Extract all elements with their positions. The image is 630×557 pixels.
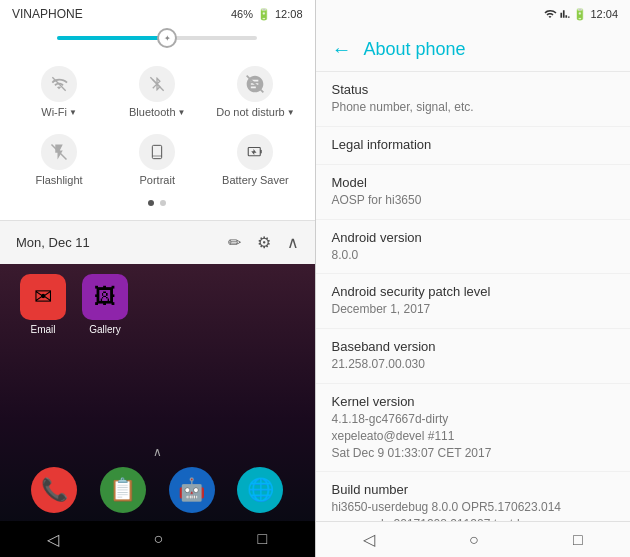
about-title: About phone [364, 39, 466, 60]
brightness-fill [57, 36, 167, 40]
tile-bluetooth-label: Bluetooth ▼ [129, 106, 185, 118]
tile-bluetooth[interactable]: Bluetooth ▼ [117, 66, 197, 118]
about-item-build[interactable]: Build number hi3650-userdebug 8.0.0 OPR5… [316, 472, 631, 521]
email-label: Email [30, 324, 55, 335]
dnd-icon [237, 66, 273, 102]
home-button-right[interactable]: ○ [469, 531, 479, 549]
left-panel: VINAPHONE 46% 🔋 12:08 W [0, 0, 315, 557]
recents-button-right[interactable]: □ [573, 531, 583, 549]
signal-icon [543, 8, 557, 20]
quick-tiles: Wi-Fi ▼ Bluetooth ▼ [0, 50, 315, 220]
app-gallery[interactable]: 🖼 Gallery [82, 274, 128, 335]
carrier-label: VINAPHONE [12, 7, 83, 21]
about-header: ← About phone [316, 28, 631, 72]
time-right: 12:04 [590, 8, 618, 20]
dock-area: ∧ 📞 📋 🤖 🌐 [0, 439, 315, 521]
date-text: Mon, Dec 11 [16, 235, 90, 250]
svg-rect-7 [261, 150, 263, 154]
model-title: Model [332, 175, 615, 190]
recents-button-left[interactable]: □ [258, 530, 268, 548]
brightness-track[interactable] [57, 36, 257, 40]
android-version-title: Android version [332, 230, 615, 245]
status-bar-left: VINAPHONE 46% 🔋 12:08 [0, 0, 315, 28]
nav-bar-left: ◁ ○ □ [0, 521, 315, 557]
tile-portrait[interactable]: Portrait [117, 134, 197, 186]
dock-android[interactable]: 🤖 [169, 467, 215, 513]
battery-level: 46% [231, 8, 253, 20]
home-button-left[interactable]: ○ [154, 530, 164, 548]
battery-right: 🔋 [573, 8, 587, 21]
kernel-title: Kernel version [332, 394, 615, 409]
battery-icon: 🔋 [257, 8, 271, 21]
back-arrow[interactable]: ← [332, 38, 352, 61]
tile-battery-saver-label: Battery Saver [222, 174, 289, 186]
model-value: AOSP for hi3650 [332, 192, 615, 209]
brightness-bar-area [0, 28, 315, 50]
nav-bar-right: ◁ ○ □ [316, 521, 631, 557]
status-icons-left: 46% 🔋 12:08 [231, 8, 303, 21]
tile-flashlight[interactable]: Flashlight [19, 134, 99, 186]
gallery-icon: 🖼 [94, 284, 116, 310]
right-panel: 🔋 12:04 ← About phone Status Phone numbe… [316, 0, 631, 557]
collapse-icon[interactable]: ∧ [287, 233, 299, 252]
dock-browser[interactable]: 🌐 [237, 467, 283, 513]
baseband-value: 21.258.07.00.030 [332, 356, 615, 373]
about-item-android-version[interactable]: Android version 8.0.0 [316, 220, 631, 275]
tile-flashlight-label: Flashlight [36, 174, 83, 186]
status-value: Phone number, signal, etc. [332, 99, 615, 116]
app-icons-row: ✉ Email 🖼 Gallery [0, 264, 315, 345]
tile-portrait-label: Portrait [140, 174, 175, 186]
baseband-title: Baseband version [332, 339, 615, 354]
svg-rect-4 [153, 145, 162, 158]
about-item-legal[interactable]: Legal information [316, 127, 631, 165]
gallery-icon-box: 🖼 [82, 274, 128, 320]
dock-icons: 📞 📋 🤖 🌐 [0, 463, 315, 517]
page-dots [0, 194, 315, 212]
tiles-row-2: Flashlight Portrait [0, 126, 315, 194]
cell-signal-icon [560, 8, 570, 20]
wifi-icon [41, 66, 77, 102]
back-button-right[interactable]: ◁ [363, 530, 375, 549]
app-email[interactable]: ✉ Email [20, 274, 66, 335]
time-left: 12:08 [275, 8, 303, 20]
dock-contacts[interactable]: 📋 [100, 467, 146, 513]
security-patch-title: Android security patch level [332, 284, 615, 299]
dot-1 [148, 200, 154, 206]
portrait-icon [139, 134, 175, 170]
tile-wifi[interactable]: Wi-Fi ▼ [19, 66, 99, 118]
legal-title: Legal information [332, 137, 615, 152]
tile-dnd[interactable]: Do not disturb ▼ [215, 66, 295, 118]
tile-battery-saver[interactable]: Battery Saver [215, 134, 295, 186]
about-item-model[interactable]: Model AOSP for hi3650 [316, 165, 631, 220]
battery-saver-icon [237, 134, 273, 170]
status-title: Status [332, 82, 615, 97]
build-title: Build number [332, 482, 615, 497]
flashlight-icon [41, 134, 77, 170]
about-item-security-patch[interactable]: Android security patch level December 1,… [316, 274, 631, 329]
settings-icon[interactable]: ⚙ [257, 233, 271, 252]
about-item-status[interactable]: Status Phone number, signal, etc. [316, 72, 631, 127]
date-bar-icons: ✏ ⚙ ∧ [228, 233, 299, 252]
build-value: hi3650-userdebug 8.0.0 OPR5.170623.014 e… [332, 499, 615, 521]
email-icon-box: ✉ [20, 274, 66, 320]
home-screen: ✉ Email 🖼 Gallery ∧ 📞 📋 🤖 🌐 [0, 264, 315, 521]
dock-phone[interactable]: 📞 [31, 467, 77, 513]
dot-2 [160, 200, 166, 206]
about-content: Status Phone number, signal, etc. Legal … [316, 72, 631, 521]
gallery-label: Gallery [89, 324, 121, 335]
dock-arrow: ∧ [0, 445, 315, 459]
status-bar-right: 🔋 12:04 [316, 0, 631, 28]
email-icon: ✉ [34, 284, 52, 310]
about-item-baseband[interactable]: Baseband version 21.258.07.00.030 [316, 329, 631, 384]
signal-icons: 🔋 12:04 [543, 8, 618, 21]
back-button-left[interactable]: ◁ [47, 530, 59, 549]
security-patch-value: December 1, 2017 [332, 301, 615, 318]
brightness-thumb [157, 28, 177, 48]
edit-icon[interactable]: ✏ [228, 233, 241, 252]
kernel-value: 4.1.18-gc47667d-dirty xepeleato@devel #1… [332, 411, 615, 461]
tile-wifi-label: Wi-Fi ▼ [41, 106, 77, 118]
tile-dnd-label: Do not disturb ▼ [216, 106, 294, 118]
tiles-row-1: Wi-Fi ▼ Bluetooth ▼ [0, 58, 315, 126]
about-item-kernel[interactable]: Kernel version 4.1.18-gc47667d-dirty xep… [316, 384, 631, 472]
bluetooth-icon [139, 66, 175, 102]
